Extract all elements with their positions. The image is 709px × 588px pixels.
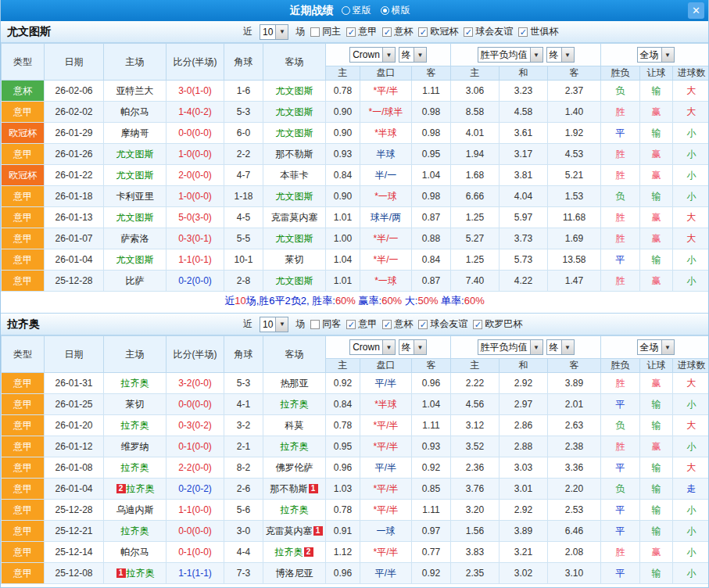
home-odds-cell: 0.92 <box>326 373 360 394</box>
away-odds-cell: 1.04 <box>412 394 451 415</box>
team-name-text: 尤文图斯 <box>276 85 313 96</box>
filter-checkbox[interactable]: ✓意甲 <box>346 317 377 331</box>
team-name-text: 莱切 <box>126 399 145 410</box>
corner-cell: 3-0 <box>224 521 263 542</box>
chevron-down-icon: ▼ <box>382 48 395 62</box>
scope-select[interactable]: 全场▼ <box>637 47 675 63</box>
team-name-text: 萨索洛 <box>121 233 149 244</box>
match-row: 意甲26-01-26尤文图斯1-0(0-0)2-2那不勒斯0.93半球0.951… <box>2 144 709 165</box>
checkbox-label: 意杯 <box>394 25 413 38</box>
rank-badge: 1 <box>116 568 126 578</box>
team-name-text: 摩纳哥 <box>121 127 149 138</box>
results-table: 类型日期主场比分(半场)角球客场Crown▼终▼胜平负均值▼终▼全场▼主盘口客主… <box>1 335 709 584</box>
avg-stage-select[interactable]: 终▼ <box>546 47 575 63</box>
away-odds-cell: 1.04 <box>412 165 451 186</box>
chevron-down-icon: ▼ <box>414 48 426 62</box>
filter-checkbox[interactable]: ✓意杯 <box>382 25 413 38</box>
corner-cell: 5-6 <box>224 500 263 521</box>
home-odds-cell: 0.84 <box>326 394 360 415</box>
checkbox-icon: ✓ <box>418 320 428 329</box>
avg-type-select[interactable]: 胜平负均值▼ <box>478 339 543 355</box>
match-count-select[interactable]: 10▼ <box>260 317 288 332</box>
filter-checkbox[interactable]: ✓球会友谊 <box>464 25 513 38</box>
close-button[interactable]: ✕ <box>688 2 704 19</box>
match-date: 26-01-04 <box>45 249 104 271</box>
avg-stage-select[interactable]: 终▼ <box>546 339 575 355</box>
league-badge: 意杯 <box>2 81 45 102</box>
home-team-cell: 比萨 <box>104 271 167 292</box>
result-cell: 平 <box>601 500 640 521</box>
filter-checkbox[interactable]: ✓意杯 <box>382 317 413 331</box>
odds-stage-select[interactable]: 终▼ <box>399 339 427 355</box>
avg-home-cell: 1.94 <box>451 144 500 165</box>
match-row: 意甲26-01-18卡利亚里1-0(0-0)1-18尤文图斯0.90*一球0.9… <box>2 186 709 207</box>
match-row: 意甲26-01-25莱切0-0(0-0)4-1拉齐奥0.84*半球1.044.5… <box>2 394 709 415</box>
chevron-down-icon: ▼ <box>382 340 395 354</box>
team-name-text: 拉齐奥 <box>281 399 309 410</box>
layout-horizontal-radio[interactable]: 横版 <box>381 4 410 17</box>
goals-result-cell: 小 <box>673 186 709 207</box>
match-date: 26-01-08 <box>45 457 104 479</box>
col-avg-home: 主 <box>451 359 500 373</box>
goals-result-cell: 小 <box>673 394 709 415</box>
layout-vertical-radio[interactable]: 竖版 <box>342 4 371 17</box>
avg-home-cell: 1.25 <box>451 207 500 228</box>
col-odds-home: 主 <box>326 359 360 373</box>
avg-type-select[interactable]: 胜平负均值▼ <box>478 47 543 63</box>
summary-line: 近10场,胜6平2负2, 胜率:60% 赢率:60% 大:50% 单率:60% <box>1 292 708 310</box>
bookmaker-select[interactable]: Crown▼ <box>349 339 396 355</box>
handicap-result-cell: 输 <box>640 81 673 102</box>
handicap-cell: *一球 <box>360 271 412 292</box>
radio-horizontal-label: 横版 <box>392 4 410 17</box>
corner-cell: 4-7 <box>224 165 263 186</box>
home-odds-cell: 0.96 <box>326 563 360 584</box>
match-row: 欧冠杯26-01-22尤文图斯2-0(0-0)4-7本菲卡0.84半/一1.04… <box>2 165 709 186</box>
match-row: 意甲25-12-21拉齐奥0-0(0-0)3-0克雷莫内塞10.91一球0.97… <box>2 521 709 542</box>
match-row: 意杯26-02-06亚特兰大3-0(1-0)1-6尤文图斯0.78*平/半1.1… <box>2 81 709 102</box>
filter-checkbox[interactable]: ✓欧冠杯 <box>418 25 458 38</box>
handicap-result-cell: 赢 <box>640 271 673 292</box>
team-name-text: 尤文图斯 <box>276 191 313 202</box>
avg-home-cell: 2.22 <box>451 373 500 394</box>
home-team-cell: 拉齐奥 <box>104 415 167 436</box>
avg-home-cell: 6.66 <box>451 186 500 207</box>
team-name-text: 那不勒斯 <box>270 483 308 494</box>
checkbox-label: 意杯 <box>394 317 413 331</box>
avg-home-cell: 4.56 <box>451 394 500 415</box>
avg-draw-cell: 3.81 <box>500 165 548 186</box>
checkbox-icon: ✓ <box>346 320 356 329</box>
league-badge: 意甲 <box>2 542 45 563</box>
avg-draw-cell: 4.58 <box>500 102 548 123</box>
panel-title: 近期战绩 <box>290 4 334 18</box>
home-team-cell: 尤文图斯 <box>104 249 167 271</box>
match-count-select[interactable]: 10▼ <box>260 24 288 40</box>
team-name-text: 尤文图斯 <box>116 149 154 160</box>
avg-draw-cell: 3.61 <box>500 123 548 144</box>
result-cell: 胜 <box>601 373 640 394</box>
result-cell: 平 <box>601 521 640 542</box>
away-team-cell: 博洛尼亚 <box>263 563 326 584</box>
filter-checkbox[interactable]: ✓欧罗巴杯 <box>473 317 522 331</box>
filter-checkbox[interactable]: ✓球会友谊 <box>418 317 467 331</box>
avg-away-cell: 1.53 <box>548 186 601 207</box>
team-name-text: 本菲卡 <box>281 170 309 181</box>
filter-checkbox[interactable]: ✓世俱杯 <box>518 25 558 38</box>
odds-stage-select[interactable]: 终▼ <box>399 47 427 63</box>
avg-away-cell: 6.46 <box>548 521 601 542</box>
home-odds-cell: 1.01 <box>326 271 360 292</box>
match-date: 26-02-06 <box>45 81 104 102</box>
avg-stage-select-value: 终 <box>547 341 561 354</box>
corner-cell: 2-1 <box>224 436 263 457</box>
filter-checkbox[interactable]: 同主 <box>310 25 341 38</box>
scope-select[interactable]: 全场▼ <box>637 339 675 355</box>
odds-stage-select-value: 终 <box>399 341 414 354</box>
avg-home-cell: 3.06 <box>451 81 500 102</box>
avg-home-cell: 5.27 <box>451 228 500 249</box>
team-name-text: 维罗纳 <box>121 441 149 452</box>
handicap-cell: *半/一 <box>360 228 412 249</box>
filter-checkbox[interactable]: 同客 <box>310 317 341 331</box>
league-badge: 意甲 <box>2 457 45 479</box>
filter-checkbox[interactable]: ✓意甲 <box>346 25 377 38</box>
away-team-cell: 尤文图斯 <box>263 271 326 292</box>
bookmaker-select[interactable]: Crown▼ <box>349 47 396 63</box>
